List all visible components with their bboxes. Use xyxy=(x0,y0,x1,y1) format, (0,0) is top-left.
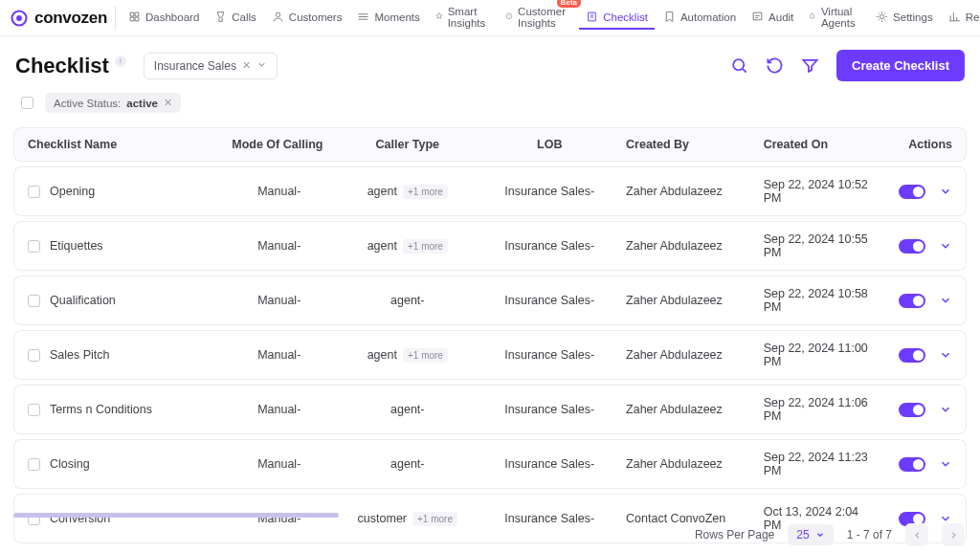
nav-reports[interactable]: Reports xyxy=(942,6,980,30)
select-all-checkbox[interactable] xyxy=(21,97,33,109)
search-icon[interactable] xyxy=(730,56,748,75)
active-toggle[interactable] xyxy=(899,239,925,254)
expand-row-button[interactable] xyxy=(939,348,952,362)
more-badge[interactable]: +1 more xyxy=(412,512,457,526)
nav-icon xyxy=(948,11,961,23)
nav-audit[interactable]: Audit xyxy=(745,6,800,30)
cell-lob: Insurance Sales- xyxy=(480,494,618,543)
nav-label: Reports xyxy=(966,11,980,23)
pagination-footer: Rows Per Page 25 1 - 7 of 7 xyxy=(695,523,965,546)
prev-page-button[interactable] xyxy=(905,523,928,546)
checklist-name: Opening xyxy=(50,185,95,198)
cell-lob: Insurance Sales- xyxy=(480,385,618,434)
more-badge[interactable]: +1 more xyxy=(403,239,448,254)
rows-per-page-label: Rows Per Page xyxy=(695,528,774,541)
table-row[interactable]: ClosingManual-agent-Insurance Sales-Zahe… xyxy=(13,439,967,489)
nav-automation[interactable]: Automation xyxy=(657,6,743,30)
close-icon[interactable]: ✕ xyxy=(242,59,251,72)
cell-mode: Manual- xyxy=(224,385,334,434)
expand-row-button[interactable] xyxy=(939,185,952,198)
nav-smart-insights[interactable]: Smart Insights xyxy=(429,1,498,35)
expand-row-button[interactable] xyxy=(939,294,952,307)
nav-checklist[interactable]: Checklist xyxy=(579,6,655,30)
active-toggle[interactable] xyxy=(899,185,925,199)
cell-caller: agent- xyxy=(334,439,480,489)
active-toggle[interactable] xyxy=(899,457,925,472)
refresh-icon[interactable] xyxy=(766,56,784,75)
nav-settings[interactable]: Settings xyxy=(869,6,940,30)
table-row[interactable]: Sales PitchManual-agent+1 moreInsurance … xyxy=(13,330,967,380)
nav-customer-insights[interactable]: Customer InsightsBeta xyxy=(499,1,577,35)
checklist-name: Closing xyxy=(50,457,90,471)
nav-virtual-agents[interactable]: Virtual Agents xyxy=(802,1,867,35)
nav-moments[interactable]: Moments xyxy=(350,6,426,30)
filter-chip-insurance-sales[interactable]: Insurance Sales ✕ xyxy=(144,53,278,79)
cell-created-on: Sep 22, 2024 10:55 PM xyxy=(756,221,884,271)
info-icon[interactable]: i xyxy=(115,55,126,67)
cell-created-on: Sep 22, 2024 11:23 PM xyxy=(756,439,884,489)
cell-mode: Manual- xyxy=(224,330,334,380)
filter-icon[interactable] xyxy=(801,56,819,75)
cell-created-by: Zaher Abdulazeez xyxy=(618,439,756,489)
row-checkbox[interactable] xyxy=(28,240,40,253)
nav-label: Dashboard xyxy=(145,11,199,23)
active-status-label: Active Status: xyxy=(54,98,121,109)
cell-mode: Manual- xyxy=(224,221,334,271)
close-icon[interactable]: ✕ xyxy=(164,97,172,109)
row-checkbox[interactable] xyxy=(28,404,40,416)
top-nav: convozen DashboardCallsCustomersMomentsS… xyxy=(0,0,980,36)
active-status-pill[interactable]: Active Status: active ✕ xyxy=(45,93,181,113)
nav-dashboard[interactable]: Dashboard xyxy=(122,6,206,30)
more-badge[interactable]: +1 more xyxy=(403,348,448,363)
row-checkbox[interactable] xyxy=(28,295,40,307)
beta-badge: Beta xyxy=(557,0,581,8)
nav-icon xyxy=(809,11,816,23)
col-mode: Mode Of Calling xyxy=(224,127,334,162)
checklist-name: Etiquettes xyxy=(50,239,103,253)
nav-label: Audit xyxy=(768,11,793,23)
cell-lob: Insurance Sales- xyxy=(480,439,618,489)
more-badge[interactable]: +1 more xyxy=(403,185,448,199)
expand-row-button[interactable] xyxy=(939,403,952,416)
cell-caller: agent+1 more xyxy=(334,166,480,216)
cell-lob: Insurance Sales- xyxy=(480,330,618,380)
nav-label: Automation xyxy=(680,11,736,23)
horizontal-scrollbar[interactable] xyxy=(13,513,339,518)
nav-customers[interactable]: Customers xyxy=(265,6,349,30)
cell-mode: Manual- xyxy=(224,276,334,325)
row-checkbox[interactable] xyxy=(28,186,40,198)
expand-row-button[interactable] xyxy=(939,239,952,253)
active-toggle[interactable] xyxy=(899,403,925,417)
checklist-name: Terms n Conditions xyxy=(50,403,152,416)
nav-calls[interactable]: Calls xyxy=(208,6,263,30)
cell-mode: Manual- xyxy=(224,439,334,489)
filter-chip-label: Insurance Sales xyxy=(154,59,236,73)
cell-created-by: Zaher Abdulazeez xyxy=(618,221,756,271)
next-page-button[interactable] xyxy=(942,523,965,546)
chevron-down-icon[interactable] xyxy=(256,59,267,73)
active-toggle[interactable] xyxy=(899,294,925,308)
cell-caller: agent- xyxy=(334,385,480,434)
nav-icon xyxy=(505,11,513,23)
col-name: Checklist Name xyxy=(13,127,224,162)
nav-label: Smart Insights xyxy=(448,6,491,29)
create-checklist-button[interactable]: Create Checklist xyxy=(836,50,965,81)
active-toggle[interactable] xyxy=(899,348,925,363)
rows-per-page-select[interactable]: 25 xyxy=(788,524,833,545)
brand[interactable]: convozen xyxy=(10,6,116,31)
col-created-on: Created On xyxy=(756,127,884,162)
cell-caller: customer+1 more xyxy=(334,494,480,543)
table-row[interactable]: Terms n ConditionsManual-agent-Insurance… xyxy=(13,385,967,434)
table-row[interactable]: OpeningManual-agent+1 moreInsurance Sale… xyxy=(13,166,967,216)
nav-icon xyxy=(357,11,369,23)
row-checkbox[interactable] xyxy=(28,458,40,471)
checklist-name: Sales Pitch xyxy=(50,348,110,362)
nav-icon xyxy=(214,11,227,23)
cell-created-on: Sep 22, 2024 10:52 PM xyxy=(756,166,884,216)
nav-label: Customers xyxy=(289,11,343,23)
table-row[interactable]: QualificationManual-agent-Insurance Sale… xyxy=(13,276,967,325)
expand-row-button[interactable] xyxy=(939,457,952,471)
cell-created-by: Zaher Abdulazeez xyxy=(618,330,756,380)
row-checkbox[interactable] xyxy=(28,349,40,362)
table-row[interactable]: EtiquettesManual-agent+1 moreInsurance S… xyxy=(13,221,967,271)
